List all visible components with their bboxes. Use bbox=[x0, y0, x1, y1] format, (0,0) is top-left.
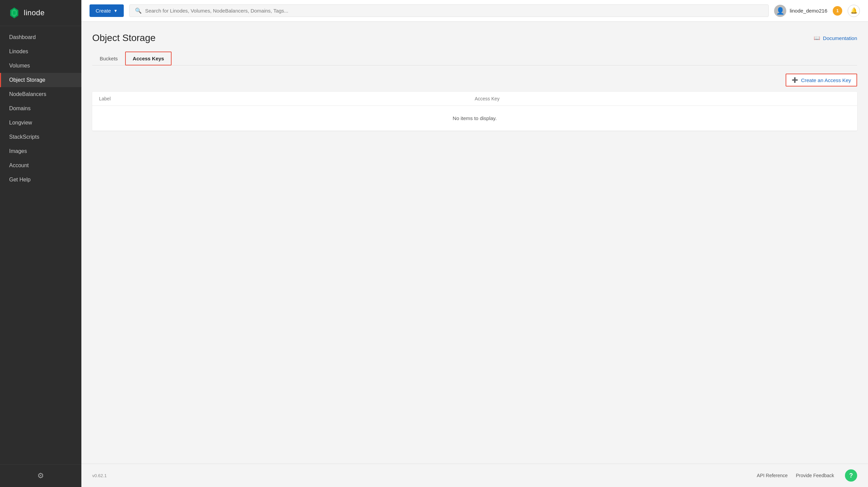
notification-badge[interactable]: 1 bbox=[833, 6, 842, 16]
create-label: Create bbox=[96, 8, 111, 14]
access-keys-table: Label Access Key No items to display. bbox=[92, 92, 857, 131]
logo-text: linode bbox=[24, 8, 45, 17]
sidebar-item-dashboard[interactable]: Dashboard bbox=[0, 30, 81, 44]
page-title: Object Storage bbox=[92, 33, 156, 43]
sidebar: linode DashboardLinodesVolumesObject Sto… bbox=[0, 0, 81, 487]
page-content: Object Storage 📖 Documentation BucketsAc… bbox=[81, 22, 868, 464]
sidebar-item-images[interactable]: Images bbox=[0, 144, 81, 158]
sidebar-item-account[interactable]: Account bbox=[0, 158, 81, 173]
sidebar-item-volumes[interactable]: Volumes bbox=[0, 59, 81, 73]
sidebar-item-get-help[interactable]: Get Help bbox=[0, 173, 81, 187]
sidebar-item-domains[interactable]: Domains bbox=[0, 101, 81, 116]
linode-logo-icon bbox=[8, 7, 20, 19]
api-reference-link[interactable]: API Reference bbox=[757, 473, 788, 478]
book-icon: 📖 bbox=[814, 35, 820, 41]
footer-links: API Reference Provide Feedback ? bbox=[757, 469, 857, 482]
action-row: ➕ Create an Access Key bbox=[92, 74, 857, 86]
tabs: BucketsAccess Keys bbox=[92, 52, 857, 65]
search-icon: 🔍 bbox=[135, 7, 142, 14]
version-label: v0.62.1 bbox=[92, 473, 107, 478]
topbar-right: 👤 linode_demo216 1 🔔 bbox=[774, 5, 860, 17]
create-button[interactable]: Create ▼ bbox=[90, 4, 124, 17]
plus-icon: ➕ bbox=[792, 77, 798, 83]
tab-buckets[interactable]: Buckets bbox=[92, 52, 125, 65]
page-header: Object Storage 📖 Documentation bbox=[92, 33, 857, 43]
page-footer: v0.62.1 API Reference Provide Feedback ? bbox=[81, 464, 868, 487]
table-header: Label Access Key bbox=[92, 92, 857, 106]
documentation-link[interactable]: 📖 Documentation bbox=[814, 35, 857, 41]
search-bar: 🔍 bbox=[129, 4, 769, 17]
sidebar-nav: DashboardLinodesVolumesObject StorageNod… bbox=[0, 26, 81, 464]
create-access-key-label: Create an Access Key bbox=[801, 77, 851, 83]
access-key-column-header: Access Key bbox=[475, 96, 850, 101]
main-content: Create ▼ 🔍 👤 linode_demo216 1 🔔 Object S… bbox=[81, 0, 868, 487]
create-access-key-button[interactable]: ➕ Create an Access Key bbox=[786, 74, 857, 86]
sidebar-item-linodes[interactable]: Linodes bbox=[0, 44, 81, 59]
sidebar-item-stackscripts[interactable]: StackScripts bbox=[0, 130, 81, 144]
svg-marker-2 bbox=[13, 11, 16, 15]
sidebar-bottom: ⚙ bbox=[0, 464, 81, 487]
help-button[interactable]: ? bbox=[845, 469, 857, 482]
sidebar-item-nodebalancers[interactable]: NodeBalancers bbox=[0, 87, 81, 101]
settings-icon[interactable]: ⚙ bbox=[37, 471, 44, 480]
tab-access-keys[interactable]: Access Keys bbox=[125, 52, 172, 65]
sidebar-item-object-storage[interactable]: Object Storage bbox=[0, 73, 81, 87]
label-column-header: Label bbox=[99, 96, 475, 101]
provide-feedback-link[interactable]: Provide Feedback bbox=[796, 473, 834, 478]
search-input[interactable] bbox=[145, 8, 763, 14]
documentation-label: Documentation bbox=[823, 35, 857, 41]
topbar: Create ▼ 🔍 👤 linode_demo216 1 🔔 bbox=[81, 0, 868, 22]
bell-icon[interactable]: 🔔 bbox=[848, 5, 860, 17]
empty-state-message: No items to display. bbox=[92, 106, 857, 131]
chevron-down-icon: ▼ bbox=[114, 8, 118, 13]
user-info[interactable]: 👤 linode_demo216 bbox=[774, 5, 827, 17]
avatar: 👤 bbox=[774, 5, 786, 17]
username: linode_demo216 bbox=[790, 8, 827, 14]
sidebar-item-longview[interactable]: Longview bbox=[0, 116, 81, 130]
sidebar-logo: linode bbox=[0, 0, 81, 26]
